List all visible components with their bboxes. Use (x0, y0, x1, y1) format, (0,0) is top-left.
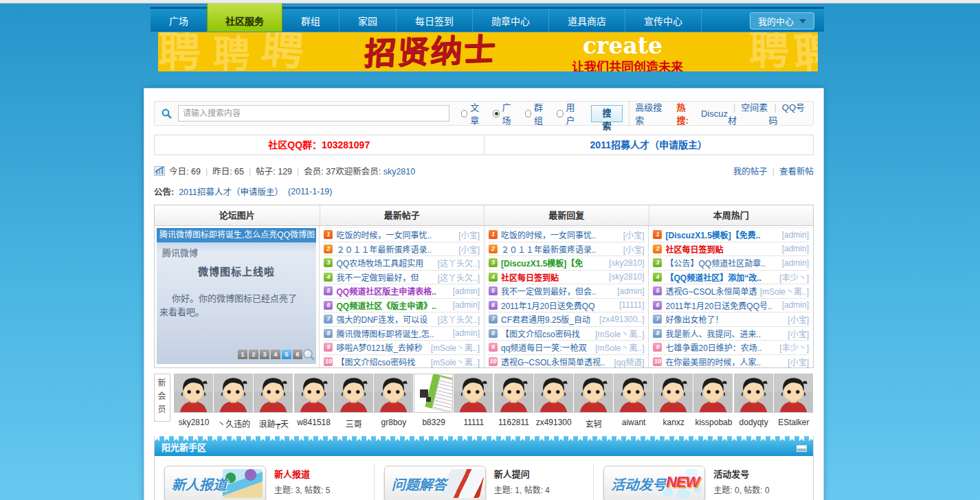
post-item[interactable]: 7 强大的DNF连发，可以设 [这丫头欠..] (324, 312, 480, 327)
post-author[interactable]: [小宝] (458, 229, 480, 240)
member-avatar[interactable] (454, 374, 493, 413)
member-avatar[interactable] (174, 374, 213, 413)
post-item[interactable]: 2 ２０１１年最新蛋疼语录.. [小宝] (324, 242, 480, 257)
reply-author[interactable]: [sky2810] (609, 258, 644, 268)
forum-icon-button[interactable]: 活动发号 NEW (603, 466, 705, 500)
reply-author[interactable]: [小宝] (623, 243, 645, 255)
post-item[interactable]: 4 我不一定做到最好，但 [这丫头欠..] (324, 271, 480, 285)
hot-search-link[interactable]: Discuz (701, 109, 728, 119)
member-avatar[interactable] (294, 374, 333, 413)
member-avatar[interactable] (534, 374, 573, 413)
member-name[interactable]: 玄轲 (574, 418, 614, 429)
forum-title-link[interactable]: 活动发号 (713, 467, 769, 480)
reply-item[interactable]: 4 社区每日签到贴 [sky2810] (489, 271, 645, 285)
member-name[interactable]: kanxz (654, 418, 693, 427)
reply-item[interactable]: 7 CF君君通用9.25版_自动 [zx491300..] (489, 312, 645, 327)
post-item[interactable]: 1 吃饭的时候，一女同事忧.. [小宝] (324, 227, 480, 242)
search-scope-radio[interactable]: 用户 (557, 100, 580, 126)
reply-item[interactable]: 3 [DiscuzX1.5模板]【免 [sky2810] (489, 256, 645, 271)
reply-item[interactable]: 9 qq频道每日一笑:一枪双 [mSole丶离..] (489, 341, 645, 355)
member-avatar[interactable] (693, 374, 733, 413)
forum-title-link[interactable]: 新人报道 (274, 467, 351, 480)
hot-author[interactable]: [小宝] (788, 328, 809, 339)
nav-tab[interactable]: 宣传中心 (625, 9, 702, 32)
hot-item[interactable]: 4 【QQ频道社区】添加“改.. [丰少丶] (653, 271, 809, 285)
post-author[interactable]: [这丫头欠..] (438, 271, 480, 283)
post-author[interactable]: [这丫头欠..] (438, 313, 480, 325)
member-name[interactable]: 11111 (454, 418, 493, 427)
post-item[interactable]: 3 QQ农场牧场工具超实用 [这丫头欠..] (324, 256, 480, 271)
member-name[interactable]: EStalker (774, 418, 814, 427)
member-name[interactable]: gr8boy (374, 418, 414, 427)
reply-item[interactable]: 2 ２０１１年最新蛋疼语录.. [小宝] (489, 242, 645, 257)
recruit-link[interactable]: 2011招募人才（申请版主） (484, 135, 814, 155)
member-avatar[interactable] (614, 374, 653, 413)
member-name[interactable]: 浪跡┮天 (254, 418, 293, 429)
reply-author[interactable]: [admin] (617, 286, 644, 296)
hot-author[interactable]: [admin] (782, 258, 809, 268)
slide-page-button[interactable]: 3 (260, 350, 269, 359)
qq-group-number[interactable]: 社区QQ群：103281097 (155, 135, 484, 155)
member-name[interactable]: w841518 (294, 418, 334, 427)
member-name[interactable]: b8329 (414, 418, 454, 427)
search-button[interactable]: 搜索 (591, 105, 623, 122)
slide-title[interactable]: 腾讯微博图标即将诞生,怎么点亮QQ微博图 (157, 228, 316, 242)
radio-icon[interactable] (557, 110, 563, 117)
member-name[interactable]: dodyqty (734, 418, 774, 427)
member-avatar[interactable] (374, 374, 413, 413)
member-avatar[interactable] (414, 374, 453, 413)
reply-author[interactable]: [zx491300..] (599, 315, 644, 324)
nav-tab[interactable]: 勋章中心 (472, 9, 548, 32)
post-author[interactable]: [admin] (453, 286, 480, 296)
hot-author[interactable]: [mSole丶离..] (760, 285, 809, 297)
hot-item[interactable]: 9 七雄争霸20日维护：农场.. [丰少丶] (653, 341, 809, 355)
hot-item[interactable]: 10 在你最美丽的时候，人家.. [小宝] (653, 355, 809, 368)
hot-item[interactable]: 5 透视G~CSOL永恒简单透 [mSole丶离..] (653, 284, 809, 299)
search-scope-radio[interactable]: 广场 (493, 100, 516, 126)
post-item[interactable]: 10 【图文介绍cso密码找 [mSole丶离..] (324, 355, 480, 368)
reply-author[interactable]: [sky2810] (609, 272, 644, 282)
hot-item[interactable]: 3 【公告】QQ频道社区勋章.. [admin] (653, 256, 809, 271)
notice-link[interactable]: 2011招募人才（申请版主） (179, 185, 283, 198)
hot-author[interactable]: [admin] (782, 300, 809, 310)
reply-item[interactable]: 5 我不一定做到最好，但会.. [admin] (489, 284, 645, 299)
hot-search-link[interactable]: QQ号码 (768, 100, 806, 126)
slide-page-button[interactable]: 2 (249, 350, 258, 359)
post-item[interactable]: 6 QQ频道社区《版主申请》.. [admin] (324, 299, 480, 313)
slide-page-button[interactable]: 4 (271, 350, 280, 359)
reply-item[interactable]: 8 【图文介绍cso密码找 [mSole丶离..] (489, 327, 645, 341)
recruit-banner[interactable]: 聘聘聘聘聘 招贤纳士 create 让我们共同创造未来 (158, 32, 818, 71)
radio-icon[interactable] (493, 110, 499, 117)
forum-icon-button[interactable]: 新人报道 (164, 466, 266, 500)
slide-page-button[interactable]: 5 (282, 350, 291, 359)
forum-image-slide[interactable]: 腾讯微博图标即将诞生,怎么点亮QQ微博图 腾讯微博 微博图标上线啦 你好。你的微… (157, 228, 316, 364)
hot-item[interactable]: 1 [DiscuzX1.5模板]【免费.. [admin] (653, 227, 809, 242)
forum-icon-button[interactable]: 问题解答 (384, 466, 486, 500)
post-author[interactable]: [admin] (453, 328, 480, 338)
reply-author[interactable]: [mSole丶离..] (595, 328, 644, 339)
reply-author[interactable]: [11111] (619, 300, 644, 310)
hot-author[interactable]: [admin] (782, 230, 809, 240)
nav-tab[interactable]: 每日签到 (396, 9, 472, 32)
post-author[interactable]: [小宝] (458, 243, 480, 255)
hot-author[interactable]: [admin] (782, 244, 809, 253)
post-author[interactable]: [这丫头欠..] (438, 257, 480, 269)
member-avatar[interactable] (214, 374, 253, 413)
member-avatar[interactable] (654, 374, 693, 413)
reply-item[interactable]: 1 吃饭的时候，一女同事忧.. [小宝] (489, 227, 645, 242)
member-name[interactable]: 三哥 (334, 418, 374, 429)
member-avatar[interactable] (734, 374, 773, 413)
hot-author[interactable]: [丰少丶] (779, 271, 809, 283)
hot-author[interactable]: [丰少丶] (779, 341, 809, 353)
collapse-button[interactable] (797, 445, 807, 452)
reply-item[interactable]: 6 2011年1月20日送免费QQ [11111] (489, 299, 645, 313)
nav-tab[interactable]: 家园 (339, 9, 396, 32)
member-name[interactable]: 1162811 (494, 418, 534, 427)
hot-item[interactable]: 7 好像出女枪了！ [小宝] (653, 312, 809, 327)
slide-page-button[interactable]: 1 (238, 350, 247, 359)
slide-page-button[interactable]: 6 (293, 350, 302, 359)
search-scope-radio[interactable]: 文章 (461, 100, 485, 126)
stats-link[interactable]: 查看新帖 (779, 167, 814, 177)
radio-icon[interactable] (461, 110, 467, 117)
member-name[interactable]: sky2810 (174, 418, 214, 427)
